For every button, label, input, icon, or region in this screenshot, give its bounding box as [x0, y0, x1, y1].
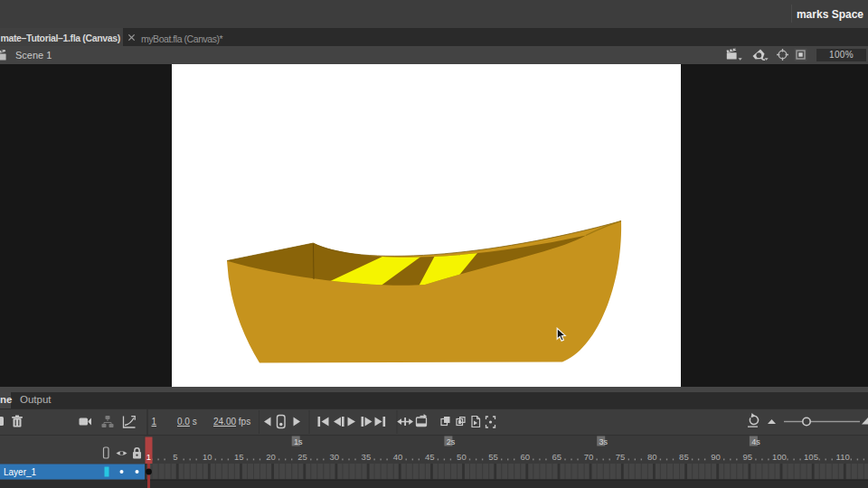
svg-text:4s: 4s: [751, 437, 760, 446]
svg-text:45: 45: [425, 451, 435, 461]
svg-text:40: 40: [393, 451, 403, 461]
svg-text:30: 30: [330, 451, 340, 461]
svg-text:85: 85: [679, 451, 689, 461]
svg-text:1s: 1s: [294, 437, 303, 446]
svg-text:0.0 s: 0.0 s: [177, 417, 197, 427]
svg-text:35: 35: [362, 451, 372, 461]
svg-text:20: 20: [266, 451, 276, 461]
svg-text:15: 15: [234, 451, 244, 461]
svg-text:1: 1: [146, 451, 151, 461]
svg-text:3s: 3s: [599, 437, 608, 446]
svg-text:95: 95: [742, 451, 752, 461]
svg-text:70: 70: [584, 451, 594, 461]
svg-text:65: 65: [552, 451, 562, 461]
svg-text:75: 75: [616, 451, 626, 461]
svg-text:55: 55: [488, 451, 498, 461]
svg-text:80: 80: [647, 451, 657, 461]
svg-text:50: 50: [457, 451, 467, 461]
svg-text:110: 110: [836, 451, 850, 461]
svg-text:25: 25: [297, 451, 307, 461]
svg-text:100: 100: [772, 451, 787, 461]
svg-text:90: 90: [711, 451, 721, 461]
svg-text:Layer_1: Layer_1: [4, 466, 37, 476]
svg-text:105: 105: [804, 451, 818, 461]
svg-text:10: 10: [203, 451, 212, 461]
svg-text:60: 60: [520, 451, 530, 461]
svg-text:5: 5: [173, 451, 177, 461]
svg-text:1: 1: [152, 417, 157, 427]
svg-text:2s: 2s: [447, 437, 456, 446]
svg-text:24.00 fps: 24.00 fps: [213, 417, 250, 427]
